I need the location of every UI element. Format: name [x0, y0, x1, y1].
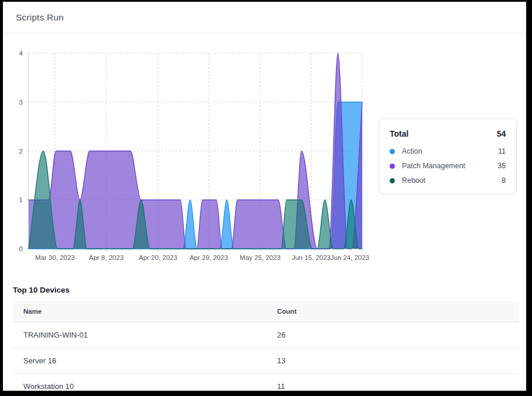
svg-text:Jun 24, 2023: Jun 24, 2023 [330, 254, 369, 261]
legend-total-label: Total [390, 129, 408, 138]
svg-text:May 25, 2023: May 25, 2023 [240, 254, 281, 261]
column-header-name[interactable]: Name [13, 301, 277, 322]
window-frame: Scripts Run 01234Mar 30, 2023Apr 8, 2023… [0, 0, 532, 396]
device-count-cell: 13 [277, 348, 519, 374]
card-header: Scripts Run [3, 2, 526, 33]
legend-items: Action11Patch Management35Reboot8 [390, 147, 506, 185]
legend-dot-action [390, 149, 395, 154]
svg-text:4: 4 [19, 50, 23, 57]
top-devices-table: Name Count TRAINING-WIN-0126Server 1613W… [13, 301, 519, 391]
legend-item-label: Patch Management [402, 162, 498, 170]
table-row[interactable]: Server 1613 [13, 348, 519, 374]
svg-text:2: 2 [19, 148, 23, 155]
legend-item-value: 8 [502, 176, 506, 185]
area-chart-canvas: 01234Mar 30, 2023Apr 8, 2023Apr 20, 2023… [10, 48, 388, 266]
legend-item-patch-management[interactable]: Patch Management35 [390, 162, 506, 170]
table-row[interactable]: Workstation 1011 [13, 374, 519, 391]
legend-dot-patch-management [390, 164, 395, 169]
legend-total-row: Total 54 [390, 129, 506, 138]
svg-text:0: 0 [19, 245, 23, 252]
legend-item-action[interactable]: Action11 [390, 147, 506, 155]
devices-heading: Top 10 Devices [13, 286, 69, 294]
scripts-run-card: Scripts Run 01234Mar 30, 2023Apr 8, 2023… [3, 2, 526, 391]
svg-text:3: 3 [19, 99, 23, 106]
device-count-cell: 11 [277, 374, 519, 391]
table-row[interactable]: TRAINING-WIN-0126 [13, 322, 519, 348]
legend-dot-reboot [390, 178, 395, 183]
legend-item-value: 11 [498, 147, 506, 155]
column-header-count[interactable]: Count [277, 301, 519, 322]
device-name-cell: Workstation 10 [13, 374, 277, 391]
svg-text:Apr 8, 2023: Apr 8, 2023 [89, 254, 124, 261]
device-name-cell: Server 16 [13, 348, 277, 374]
legend-item-label: Action [402, 147, 498, 155]
legend-item-label: Reboot [402, 176, 502, 185]
page-title: Scripts Run [16, 12, 64, 23]
svg-text:Mar 30, 2023: Mar 30, 2023 [35, 254, 75, 261]
svg-text:Apr 29, 2023: Apr 29, 2023 [190, 254, 228, 261]
svg-text:Jun 15, 2023: Jun 15, 2023 [292, 254, 331, 261]
device-name-cell: TRAINING-WIN-01 [13, 322, 277, 348]
svg-text:1: 1 [19, 196, 23, 203]
legend-item-value: 35 [498, 162, 506, 170]
table-header-row: Name Count [13, 301, 519, 322]
legend-item-reboot[interactable]: Reboot8 [390, 176, 506, 185]
scripts-run-chart: 01234Mar 30, 2023Apr 8, 2023Apr 20, 2023… [10, 48, 388, 266]
legend-total-value: 54 [496, 129, 506, 138]
chart-legend-card: Total 54 Action11Patch Management35Reboo… [379, 119, 517, 194]
svg-text:Apr 20, 2023: Apr 20, 2023 [139, 254, 177, 261]
device-count-cell: 26 [277, 322, 519, 348]
